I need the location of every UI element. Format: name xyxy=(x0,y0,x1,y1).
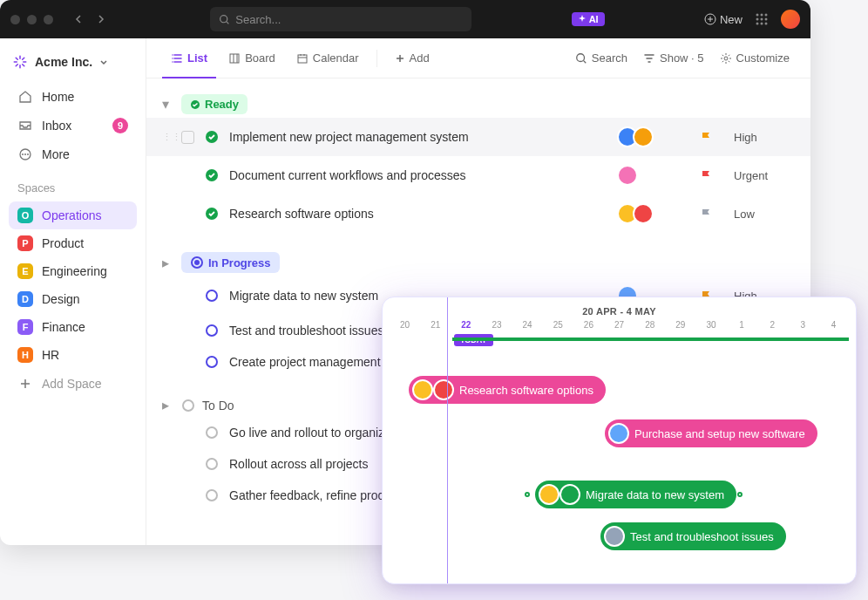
more-icon xyxy=(17,147,33,161)
timeline-date[interactable]: 29 xyxy=(665,320,695,335)
ai-button[interactable]: AI xyxy=(572,12,605,26)
status-pill[interactable]: In Progress xyxy=(181,252,280,273)
resize-handle-right[interactable] xyxy=(737,492,743,497)
view-tab-board[interactable]: Board xyxy=(220,46,284,70)
window-controls[interactable] xyxy=(10,15,53,24)
timeline-date[interactable]: 23 xyxy=(481,320,512,335)
group-header[interactable]: ▾Ready xyxy=(146,91,810,118)
svg-rect-16 xyxy=(298,55,307,63)
task-checkbox[interactable] xyxy=(181,131,194,144)
timeline-task-bar[interactable]: Research software options xyxy=(409,376,606,404)
assignee-avatar[interactable] xyxy=(633,126,654,147)
resize-handle-left[interactable] xyxy=(525,492,530,497)
timeline-date[interactable]: 24 xyxy=(512,320,543,335)
gear-icon xyxy=(720,52,732,65)
nav-inbox[interactable]: Inbox 9 xyxy=(9,112,137,140)
timeline-task-title: Purchase and setup new software xyxy=(634,427,805,440)
nav-back-button[interactable] xyxy=(69,10,88,29)
priority-flag[interactable] xyxy=(688,169,723,181)
timeline-date[interactable]: 28 xyxy=(634,320,665,335)
timeline-task-bar[interactable]: Test and troubleshoot issues xyxy=(600,522,786,550)
priority-label: Urgent xyxy=(734,169,795,182)
svg-point-3 xyxy=(761,14,763,17)
svg-point-10 xyxy=(765,23,768,25)
task-row[interactable]: Research software optionsLow xyxy=(146,194,810,233)
group-label: To Do xyxy=(202,399,234,412)
priority-flag[interactable] xyxy=(688,131,723,143)
svg-point-26 xyxy=(207,325,217,336)
svg-point-31 xyxy=(207,490,217,501)
view-tab-calendar[interactable]: Calendar xyxy=(288,46,368,70)
spaces-heading: Spaces xyxy=(9,169,137,200)
toolbar-search-button[interactable]: Search xyxy=(570,48,633,68)
chevron-right-icon[interactable]: ▸ xyxy=(162,397,174,413)
apps-grid-icon[interactable] xyxy=(755,12,769,26)
timeline-date[interactable]: 4 xyxy=(818,320,849,335)
nav-forward-button[interactable] xyxy=(92,10,111,29)
flag-icon xyxy=(700,208,712,220)
status-pill[interactable]: Ready xyxy=(181,94,248,114)
nav-home[interactable]: Home xyxy=(9,84,137,110)
assignee-avatar[interactable] xyxy=(633,203,654,224)
svg-point-14 xyxy=(27,153,29,155)
plus-icon xyxy=(395,53,405,64)
chevron-down-icon[interactable]: ▾ xyxy=(162,96,174,112)
filter-icon xyxy=(643,52,655,65)
timeline-range: 20 APR - 4 MAY xyxy=(383,297,856,320)
space-item-finance[interactable]: FFinance xyxy=(9,313,137,341)
svg-point-9 xyxy=(761,23,763,25)
space-label: Design xyxy=(42,292,80,306)
svg-point-7 xyxy=(765,18,768,21)
timeline-date[interactable]: 3 xyxy=(788,320,818,335)
status-ring-icon xyxy=(205,355,219,369)
space-label: HR xyxy=(42,348,59,362)
add-space-button[interactable]: Add Space xyxy=(9,371,137,397)
minimize-light[interactable] xyxy=(27,15,37,24)
timeline-date[interactable]: 26 xyxy=(573,320,604,335)
timeline-date[interactable]: 25 xyxy=(543,320,573,335)
status-ring-icon xyxy=(205,426,219,440)
assignee-avatar xyxy=(559,484,580,505)
close-light[interactable] xyxy=(10,15,20,24)
status-check-icon xyxy=(205,168,219,182)
timeline-date[interactable]: 21 xyxy=(420,320,451,335)
drag-handle-icon[interactable]: ⋮⋮ xyxy=(162,132,171,143)
chevron-right-icon[interactable]: ▸ xyxy=(162,255,174,271)
timeline-date[interactable]: 27 xyxy=(604,320,634,335)
timeline-date[interactable]: 1 xyxy=(727,320,757,335)
nav-more[interactable]: More xyxy=(9,141,137,167)
user-avatar[interactable] xyxy=(781,10,800,29)
maximize-light[interactable] xyxy=(44,15,53,24)
svg-point-13 xyxy=(24,153,26,155)
timeline-date[interactable]: 22 xyxy=(451,320,481,335)
list-icon xyxy=(171,52,183,65)
today-line xyxy=(447,297,448,583)
task-row[interactable]: Document current workflows and processes… xyxy=(146,156,810,194)
assignee-avatar[interactable] xyxy=(617,165,638,186)
timeline-date[interactable]: 30 xyxy=(695,320,726,335)
svg-point-4 xyxy=(765,14,768,17)
toolbar-show-button[interactable]: Show · 5 xyxy=(638,48,709,68)
space-item-engineering[interactable]: EEngineering xyxy=(9,257,137,285)
new-button[interactable]: New xyxy=(704,13,743,26)
view-tab-list[interactable]: List xyxy=(162,46,216,70)
toolbar-customize-button[interactable]: Customize xyxy=(715,48,795,68)
status-progress-icon xyxy=(190,256,204,269)
add-view-button[interactable]: Add xyxy=(386,46,438,70)
task-row[interactable]: ⋮⋮Implement new project management syste… xyxy=(146,118,810,156)
status-check-icon xyxy=(205,207,219,221)
priority-flag[interactable] xyxy=(688,208,723,220)
space-item-operations[interactable]: OOperations xyxy=(9,201,137,229)
group-header[interactable]: ▸In Progress xyxy=(146,249,810,276)
svg-point-6 xyxy=(761,18,763,21)
timeline-date[interactable]: 20 xyxy=(390,320,420,335)
timeline-task-bar[interactable]: Purchase and setup new software xyxy=(605,419,817,447)
timeline-task-bar[interactable]: Migrate data to new system xyxy=(535,481,736,508)
global-search-input[interactable]: Search... xyxy=(210,7,471,31)
timeline-progress-bar xyxy=(452,338,849,341)
space-item-hr[interactable]: HHR xyxy=(9,341,137,369)
space-item-product[interactable]: PProduct xyxy=(9,229,137,257)
workspace-switcher[interactable]: Acme Inc. xyxy=(9,51,137,82)
space-item-design[interactable]: DDesign xyxy=(9,285,137,313)
timeline-date[interactable]: 2 xyxy=(757,320,788,335)
